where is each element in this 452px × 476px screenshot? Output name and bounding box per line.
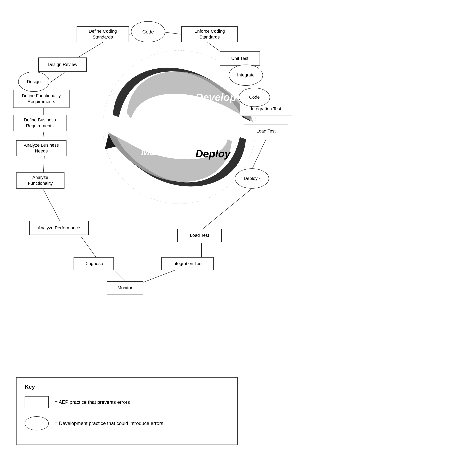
key-item-oval: = Development practice that could introd… bbox=[25, 416, 229, 430]
box-analyze-business: Analyze BusinessNeeds bbox=[16, 140, 66, 156]
box-design-review: Design Review bbox=[38, 57, 87, 72]
svg-line-12 bbox=[115, 271, 126, 282]
box-integration-test-bottom: Integration Test bbox=[161, 257, 214, 270]
key-title: Key bbox=[25, 384, 229, 390]
key-rect-label: = AEP practice that prevents errors bbox=[55, 399, 130, 405]
key-oval-shape bbox=[25, 416, 49, 430]
svg-line-1 bbox=[165, 32, 181, 34]
svg-text:Develop: Develop bbox=[195, 91, 236, 103]
box-unit-test: Unit Test bbox=[220, 51, 260, 66]
box-analyze-functionality: AnalyzeFunctionality bbox=[16, 172, 65, 189]
svg-line-14 bbox=[50, 73, 65, 82]
oval-code-right: Code bbox=[239, 88, 270, 107]
key-rect-shape bbox=[25, 396, 49, 408]
oval-integrate: Integrate bbox=[229, 65, 263, 86]
box-load-test-bottom: Load Test bbox=[177, 229, 222, 242]
box-enforce-coding-standards: Enforce CodingStandards bbox=[181, 26, 238, 42]
key-box: Key = AEP practice that prevents errors … bbox=[16, 377, 238, 445]
oval-code-top: Code bbox=[131, 21, 165, 42]
box-diagnose: Diagnose bbox=[73, 257, 114, 270]
box-monitor: Monitor bbox=[107, 281, 143, 294]
box-define-coding-standards: Define Coding Standards bbox=[77, 26, 129, 42]
box-define-functionality: Define FunctionalityRequirements bbox=[13, 90, 70, 108]
oval-design: Design bbox=[18, 72, 49, 92]
svg-text:Deploy: Deploy bbox=[195, 148, 231, 160]
box-load-test-top: Load Test bbox=[244, 124, 288, 138]
key-oval-label: = Development practice that could introd… bbox=[55, 421, 163, 426]
svg-text:Design: Design bbox=[143, 108, 178, 119]
svg-line-17 bbox=[43, 132, 44, 141]
box-analyze-performance: Analyze Performance bbox=[29, 221, 89, 235]
svg-line-13 bbox=[81, 236, 97, 258]
svg-text:Manage: Manage bbox=[141, 146, 180, 157]
svg-line-19 bbox=[43, 190, 60, 222]
oval-deploy: Deploy · bbox=[235, 168, 269, 189]
svg-line-18 bbox=[43, 156, 44, 173]
key-item-rect: = AEP practice that prevents errors bbox=[25, 396, 229, 408]
box-define-business: Define BusinessRequirements bbox=[13, 115, 66, 131]
diagram-container: Design Develop Deploy Manage Define Codi… bbox=[0, 0, 452, 383]
